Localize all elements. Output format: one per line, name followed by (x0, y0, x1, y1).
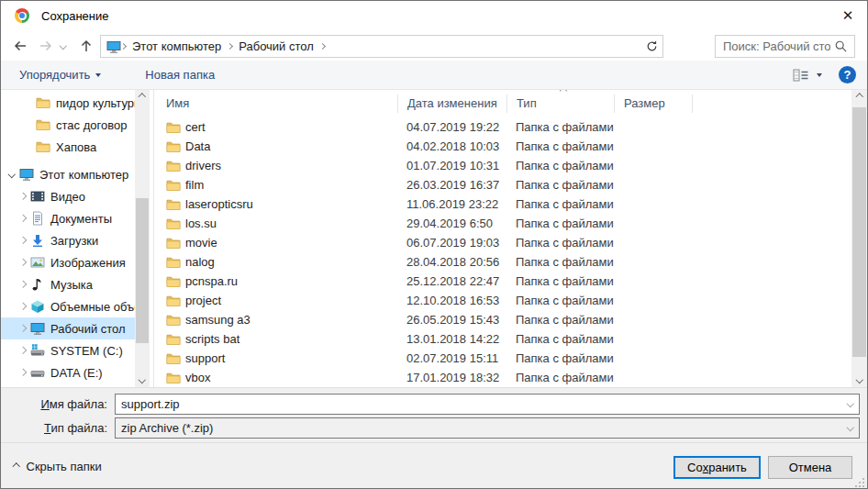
organize-button[interactable]: Упорядочить (10, 61, 110, 89)
expand-chevron-icon[interactable] (8, 171, 16, 178)
close-button[interactable]: ✕ (832, 3, 863, 28)
sidebar-item-pidor-kultury[interactable]: пидор культуры (1, 92, 135, 114)
sidebar-item-pictures[interactable]: Изображения (1, 251, 135, 273)
command-bar: Упорядочить Новая папка ? (1, 61, 867, 90)
file-row[interactable]: pcnspa.ru 25.12.2018 22:47 Папка с файла… (154, 272, 851, 291)
title-bar: Сохранение ✕ (1, 1, 867, 31)
expand-chevron-icon[interactable] (19, 237, 27, 244)
file-rows: cert 04.07.2019 19:22 Папка с файлами Da… (154, 117, 851, 387)
sidebar-item-khapova[interactable]: Хапова (1, 136, 135, 158)
file-row[interactable]: Data 04.02.2018 10:03 Папка с файлами (154, 137, 851, 156)
up-arrow-icon (79, 39, 94, 53)
sidebar-item-desktop[interactable]: Рабочий стол (1, 317, 135, 339)
breadcrumb-this-pc[interactable]: Этот компьютер (126, 39, 228, 53)
sidebar-item-system-c[interactable]: SYSTEM (C:) (1, 339, 135, 361)
chrome-icon (15, 8, 29, 23)
video-icon (30, 189, 45, 204)
breadcrumb[interactable]: Этот компьютер Рабочий стол (100, 35, 663, 58)
resize-grip-icon[interactable] (854, 477, 864, 487)
file-row[interactable]: cert 04.07.2019 19:22 Папка с файлами (154, 117, 851, 137)
forward-button[interactable] (34, 34, 58, 58)
chevron-down-icon (817, 73, 822, 77)
sidebar-item-music[interactable]: Музыка (1, 273, 135, 295)
expand-chevron-icon[interactable] (19, 369, 27, 376)
folder-icon (166, 351, 181, 366)
file-row[interactable]: film 26.03.2019 16:37 Папка с файлами (154, 175, 851, 194)
chevron-down-icon (60, 42, 67, 50)
scrollbar-thumb[interactable] (852, 107, 866, 357)
sidebar-item-this-pc[interactable]: Этот компьютер (1, 163, 135, 185)
folder-icon (36, 117, 50, 132)
file-row[interactable]: laseropticsru 11.06.2019 23:22 Папка с ф… (154, 194, 851, 214)
expand-chevron-icon[interactable] (19, 303, 27, 310)
sidebar-item-3d-objects[interactable]: Объемные объекты (1, 295, 135, 317)
column-header-name[interactable]: Имя (154, 94, 397, 113)
window-title: Сохранение (41, 9, 109, 23)
view-mode-button[interactable] (789, 69, 826, 82)
sort-ascending-icon (560, 90, 567, 94)
breadcrumb-desktop[interactable]: Рабочий стол (232, 39, 320, 53)
file-row[interactable]: vbox 17.01.2019 18:32 Папка с файлами (154, 368, 851, 387)
expand-chevron-icon[interactable] (19, 193, 27, 200)
save-button[interactable]: Сохранить (673, 456, 761, 479)
cancel-button[interactable]: Отмена (768, 456, 852, 479)
column-header-date[interactable]: Дата изменения (397, 94, 506, 113)
file-row[interactable]: support 02.07.2019 15:11 Папка с файлами (154, 349, 851, 368)
sidebar-item-data-e[interactable]: DATA (E:) (1, 361, 135, 383)
filetype-select[interactable]: zip Archive (*.zip) (115, 417, 860, 439)
folder-icon (166, 313, 181, 328)
back-button[interactable] (8, 34, 32, 58)
scrollbar-thumb[interactable] (136, 198, 149, 343)
file-row[interactable]: los.su 29.04.2019 6:50 Папка с файлами (154, 214, 851, 233)
footer: Скрыть папки Сохранить Отмена (1, 442, 867, 489)
folder-icon (166, 217, 181, 231)
column-header-size[interactable]: Размер (614, 94, 692, 113)
search-icon[interactable] (834, 39, 848, 53)
folder-icon (166, 332, 181, 347)
file-row[interactable]: project 12.10.2018 16:53 Папка с файлами (154, 291, 851, 310)
scroll-down-icon[interactable] (851, 372, 867, 387)
expand-chevron-icon[interactable] (19, 215, 27, 222)
file-list: Имя Дата изменения Тип Размер cert 04.07… (154, 90, 851, 387)
document-icon (30, 211, 45, 226)
sidebar-scrollbar[interactable] (135, 90, 150, 387)
hide-folders-button[interactable]: Скрыть папки (14, 460, 102, 473)
address-row: Этот компьютер Рабочий стол (1, 31, 867, 61)
file-row[interactable]: movie 06.07.2019 19:03 Папка с файлами (154, 233, 851, 252)
chevron-down-icon (95, 73, 101, 77)
search-input[interactable] (716, 39, 834, 53)
refresh-button[interactable] (641, 35, 663, 58)
sidebar-item-video[interactable]: Видео (1, 185, 135, 207)
file-row[interactable]: samsung a3 26.05.2019 15:43 Папка с файл… (154, 310, 851, 329)
sidebar-item-stas-dogovor[interactable]: стас договор (1, 114, 135, 136)
column-header-type[interactable]: Тип (506, 94, 614, 113)
forward-arrow-icon (39, 39, 53, 53)
scroll-down-icon[interactable] (135, 372, 150, 387)
expand-chevron-icon[interactable] (19, 281, 27, 288)
up-button[interactable] (74, 34, 98, 58)
expand-chevron-icon[interactable] (19, 259, 27, 266)
chevron-up-icon (13, 463, 20, 471)
sidebar-item-downloads[interactable]: Загрузки (1, 229, 135, 251)
folder-icon (166, 236, 181, 250)
sidebar-tree: пидор культуры стас договор Хапова Этот … (1, 92, 135, 383)
list-scrollbar[interactable] (851, 90, 867, 387)
sidebar-item-documents[interactable]: Документы (1, 207, 135, 229)
folder-icon (166, 178, 181, 193)
filename-label: Имя файла: (6, 397, 107, 411)
new-folder-button[interactable]: Новая папка (136, 61, 224, 89)
help-button[interactable]: ? (839, 66, 856, 83)
filename-input[interactable] (115, 394, 860, 415)
navigation-pane: пидор культуры стас договор Хапова Этот … (1, 90, 135, 387)
file-row[interactable]: scripts bat 13.01.2018 14:22 Папка с фай… (154, 329, 851, 349)
list-header: Имя Дата изменения Тип Размер (154, 90, 851, 117)
file-row[interactable]: nalog 28.04.2018 20:56 Папка с файлами (154, 252, 851, 272)
expand-chevron-icon[interactable] (19, 347, 27, 354)
scroll-up-icon[interactable] (135, 90, 150, 105)
recent-locations-button[interactable] (56, 34, 71, 58)
filetype-label: Тип файла: (6, 421, 107, 435)
scroll-up-icon[interactable] (851, 90, 867, 105)
folder-icon (166, 274, 181, 289)
expand-chevron-icon[interactable] (19, 325, 27, 332)
file-row[interactable]: drivers 01.07.2019 10:31 Папка с файлами (154, 156, 851, 175)
